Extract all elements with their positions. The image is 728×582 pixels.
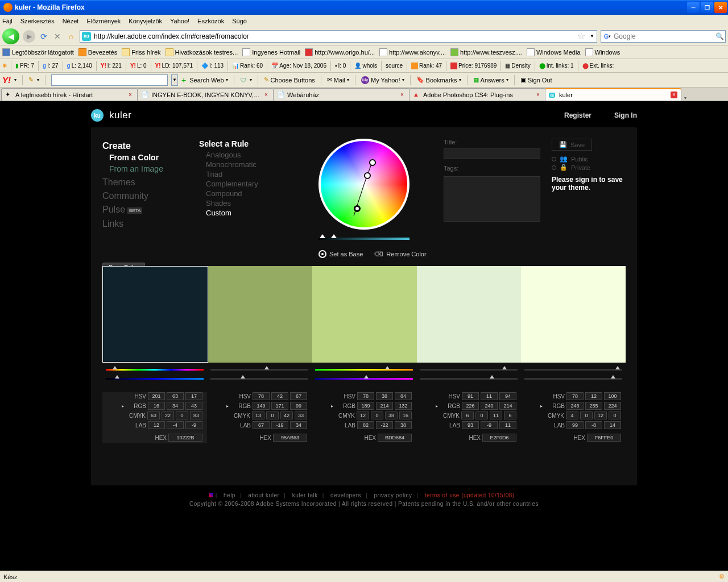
value-box[interactable]: 255	[585, 402, 602, 410]
seo-intlinks[interactable]: ⬤Int. links: 1	[539, 63, 574, 69]
footer-terms[interactable]: terms of use (updated 10/15/08)	[425, 492, 515, 498]
value-box[interactable]: 149	[253, 402, 270, 410]
bookmark-item[interactable]: http://www.teszvesz....	[450, 48, 522, 56]
nav-create[interactable]: Create	[102, 140, 182, 152]
footer-developers[interactable]: developers	[330, 492, 361, 498]
home-button[interactable]: ⌂	[66, 31, 76, 41]
tab[interactable]: ▲Adobe Photoshop CS4: Plug-ins×	[409, 88, 545, 101]
value-box[interactable]: -9	[481, 421, 498, 429]
seo-whois[interactable]: 👤whois	[354, 63, 377, 69]
value-box[interactable]: 63	[147, 411, 160, 419]
seo-technorati-i[interactable]: ▪I: 0	[335, 63, 346, 69]
stop-button[interactable]: ✕	[52, 31, 63, 41]
value-box[interactable]: 0	[176, 411, 188, 419]
color-swatch-1[interactable]	[208, 266, 313, 363]
hue-slider[interactable]	[315, 369, 413, 371]
rule-shades[interactable]: Shades	[199, 199, 284, 209]
window-maximize-button[interactable]: ❐	[701, 2, 713, 13]
menu-history[interactable]: Előzmények	[86, 18, 121, 24]
value-box[interactable]: 99	[566, 421, 584, 429]
tab-close-icon[interactable]: ×	[263, 92, 270, 98]
seo-settings-icon[interactable]: ✱	[2, 63, 7, 69]
value-box[interactable]: 214	[499, 402, 516, 410]
privacy-public[interactable]: 👥Public	[552, 155, 626, 163]
value-box[interactable]: -9	[185, 421, 202, 429]
tab[interactable]: 📄INGYEN E-BOOK, INGYEN KÖNYV, SZA...×	[137, 88, 274, 101]
remove-color-button[interactable]: ⌫Remove Color	[374, 251, 426, 258]
rule-analogous[interactable]: Analogous	[199, 151, 284, 160]
value-box[interactable]: 93	[462, 421, 479, 429]
value-box[interactable]: -8	[585, 421, 602, 429]
value-box[interactable]: 246	[566, 402, 584, 410]
seo-google-l[interactable]: gL: 2,140	[67, 63, 92, 69]
color-swatch-2[interactable]	[312, 266, 417, 363]
value-box[interactable]: 12	[357, 411, 369, 419]
value-box[interactable]: 171	[271, 402, 288, 410]
value-box[interactable]: 33	[295, 411, 307, 419]
brightness-slider[interactable]	[210, 378, 308, 380]
value-box[interactable]: 42	[280, 411, 293, 419]
value-box[interactable]: 83	[190, 411, 202, 419]
seo-age[interactable]: 📅Age: Nov 18, 2006	[271, 63, 326, 69]
menu-yahoo[interactable]: Yahoo!	[170, 18, 189, 24]
value-box[interactable]: 189	[357, 402, 374, 410]
value-box[interactable]: 84	[395, 392, 412, 400]
menu-bookmarks[interactable]: Könyvjelzők	[129, 18, 162, 24]
wheel-handle-base[interactable]	[354, 205, 361, 212]
tab-overflow-button[interactable]: ▾	[681, 95, 690, 101]
footer-about[interactable]: about kuler	[248, 492, 279, 498]
hue-slider[interactable]	[106, 369, 204, 371]
seo-pagerank[interactable]: ▮PR: 7	[15, 63, 34, 69]
value-box[interactable]: 11	[481, 392, 498, 400]
value-box[interactable]: 12	[585, 392, 602, 400]
yahoo-myyahoo-button[interactable]: MyMy Yahoo!▾	[361, 76, 404, 84]
yahoo-answers-button[interactable]: ▦Answers▾	[473, 76, 508, 84]
seo-yahoo-i[interactable]: Y!I: 221	[101, 63, 122, 69]
save-button[interactable]: 💾Save	[552, 139, 592, 151]
menu-help[interactable]: Súgó	[232, 18, 247, 24]
value-box[interactable]: 34	[167, 402, 184, 410]
value-box[interactable]: 12	[148, 421, 165, 429]
value-box[interactable]: 34	[290, 421, 307, 429]
nav-from-image[interactable]: From an Image	[102, 164, 182, 175]
value-box[interactable]: 6	[461, 411, 474, 419]
value-box[interactable]: 13	[252, 411, 264, 419]
nav-pulse[interactable]: PulseBETA	[102, 203, 182, 216]
back-button[interactable]: ◀	[2, 28, 19, 44]
search-button[interactable]: 🔍	[714, 32, 725, 40]
value-box[interactable]: 43	[185, 402, 202, 410]
value-box[interactable]: 78	[253, 392, 270, 400]
value-box[interactable]: 0	[475, 411, 488, 419]
seo-yahoo-ld[interactable]: Y!LD: 107,571	[155, 63, 193, 69]
address-bar[interactable]: ku ☆ ▼	[80, 30, 597, 43]
bookmark-most-visited[interactable]: Legtöbbször látogatott	[2, 48, 74, 56]
tab[interactable]: 📄Webáruház×	[273, 88, 410, 101]
value-box[interactable]: 224	[604, 402, 621, 410]
window-close-button[interactable]: ✕	[714, 2, 727, 13]
value-box[interactable]: 78	[357, 392, 374, 400]
bookmark-item[interactable]: Windows	[585, 48, 621, 56]
value-box[interactable]: 95AB63	[273, 434, 307, 442]
menu-file[interactable]: Fájl	[2, 18, 13, 24]
value-box[interactable]: 214	[376, 402, 393, 410]
value-box[interactable]: 0	[371, 411, 383, 419]
value-box[interactable]: E2F0D6	[482, 434, 516, 442]
value-box[interactable]: 38	[395, 421, 412, 429]
window-minimize-button[interactable]: ─	[687, 2, 700, 13]
color-wheel[interactable]	[318, 139, 410, 230]
theme-tags-input[interactable]	[444, 176, 540, 222]
value-box[interactable]: 91	[462, 392, 479, 400]
bookmark-item[interactable]: Bevezetés	[78, 48, 117, 56]
value-box[interactable]: 0	[609, 411, 621, 419]
seo-msn-i[interactable]: 🔷I: 113	[201, 63, 224, 69]
seo-rank[interactable]: 📊Rank: 60	[232, 63, 263, 69]
value-box[interactable]: 63	[167, 392, 184, 400]
value-box[interactable]: 6	[504, 411, 516, 419]
set-as-base-button[interactable]: Set as Base	[318, 250, 363, 258]
yahoo-logo[interactable]: Y!	[2, 75, 11, 85]
rule-monochromatic[interactable]: Monochromatic	[199, 160, 284, 170]
value-box[interactable]: 38	[376, 392, 393, 400]
value-box[interactable]: 132	[395, 402, 412, 410]
signin-link[interactable]: Sign In	[614, 111, 637, 119]
privacy-private[interactable]: 🔒Private	[552, 164, 626, 171]
